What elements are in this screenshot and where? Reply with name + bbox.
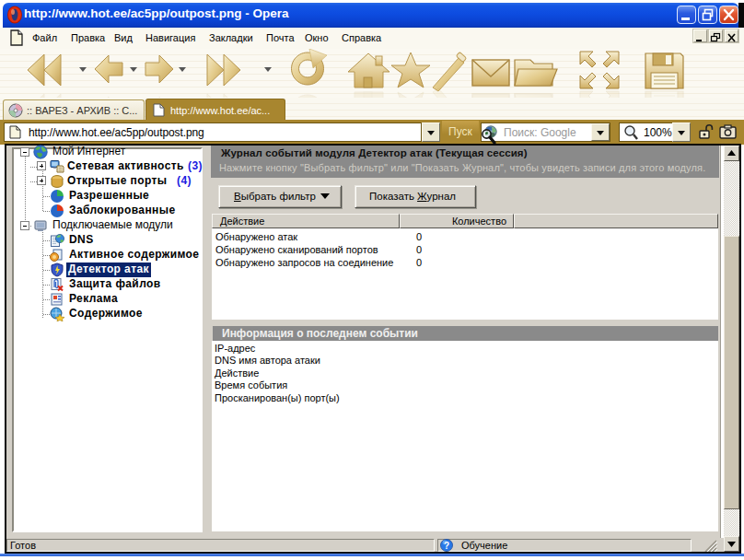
- svg-text:?: ?: [444, 541, 449, 551]
